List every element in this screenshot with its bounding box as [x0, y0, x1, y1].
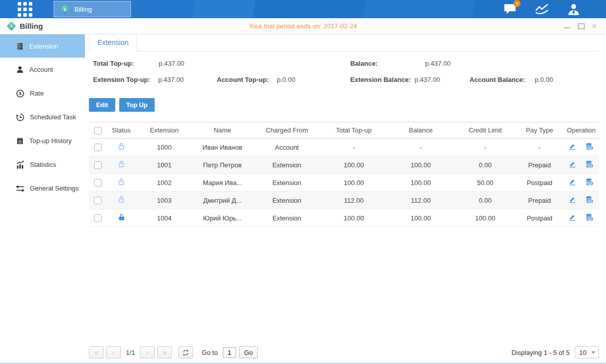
cell-name: Мария Ива... [192, 174, 253, 192]
sidebar-item-topup-history[interactable]: Top-up History [0, 129, 85, 153]
table-row[interactable]: 1003 Дмитрий Д... Extension 112.00 112.0… [89, 192, 599, 209]
cell-balance: 100.00 [387, 156, 455, 174]
col-balance: Balance [387, 122, 455, 139]
ledger-icon [16, 42, 24, 51]
table-row[interactable]: 1004 Юрий Юрь... Extension 100.00 100.00… [89, 209, 599, 227]
table-header-row: Status Extension Name Charged From Total… [89, 122, 599, 139]
account-balance-label: Account Balance: [470, 76, 525, 83]
close-icon[interactable]: × [592, 23, 599, 29]
balance-value: p.437.00 [425, 60, 451, 67]
page-size-dropdown[interactable]: 10 [575, 346, 599, 358]
row-checkbox[interactable] [94, 144, 102, 151]
cell-charged-from: Extension [253, 156, 321, 174]
extension-topup-label: Extension Top-up: [93, 76, 150, 83]
extensions-table: Status Extension Name Charged From Total… [89, 122, 599, 227]
cell-credit-limit: 0.00 [455, 156, 516, 174]
last-page-button[interactable]: » [157, 346, 172, 358]
sidebar-item-label: Extension [29, 42, 58, 50]
lock-closed-icon [117, 213, 126, 221]
edit-pencil-icon[interactable] [568, 142, 577, 151]
col-status: Status [106, 122, 136, 139]
messages-icon[interactable]: ! [503, 3, 517, 16]
sidebar-item-statistics[interactable]: Statistics [0, 153, 85, 176]
first-page-button[interactable]: « [89, 346, 104, 358]
tab-extension[interactable]: Extension [89, 34, 137, 52]
notification-badge: ! [514, 0, 521, 7]
cell-credit-limit: - [455, 139, 516, 156]
account-balance-value: p.0.00 [535, 76, 553, 83]
extension-balance-value: p.437.00 [414, 76, 440, 83]
arrows-exchange-icon [16, 184, 25, 193]
svg-text:$: $ [64, 7, 66, 12]
sidebar-item-scheduled-task[interactable]: Scheduled Task [0, 105, 85, 129]
cell-total-topup: 100.00 [321, 156, 387, 174]
edit-pencil-icon[interactable] [568, 177, 577, 186]
line-chart-icon[interactable] [534, 3, 549, 16]
cell-credit-limit: 50.00 [455, 174, 516, 192]
sidebar-item-account[interactable]: Account [0, 58, 85, 81]
refresh-icon [182, 349, 190, 356]
edit-pencil-icon[interactable] [568, 160, 577, 168]
col-total-topup: Total Top-up [321, 122, 387, 139]
topup-coins-icon[interactable]: $ [585, 142, 594, 151]
row-checkbox[interactable] [94, 197, 102, 204]
cell-pay-type: - [516, 139, 564, 156]
table-row[interactable]: 1002 Мария Ива... Extension 100.00 100.0… [89, 174, 599, 192]
app-launcher-grid-icon[interactable] [18, 2, 32, 17]
edit-button[interactable]: Edit [89, 98, 115, 112]
sidebar-item-label: Scheduled Task [30, 113, 76, 121]
go-button[interactable]: Go [239, 346, 258, 358]
table-row[interactable]: 1001 Петр Петров Extension 100.00 100.00… [89, 156, 599, 174]
table-row[interactable]: 1000 Иван Иванов Account - - - - [89, 139, 599, 156]
next-page-button[interactable]: › [140, 346, 155, 358]
displaying-text: Displaying 1 - 5 of 5 [511, 349, 570, 356]
minimize-icon[interactable] [564, 24, 571, 28]
maximize-icon[interactable] [578, 23, 585, 29]
lock-open-icon [117, 142, 126, 151]
row-checkbox[interactable] [94, 161, 102, 169]
account-topup-label: Account Top-up: [217, 76, 269, 83]
topup-button[interactable]: Top Up [119, 98, 155, 112]
svg-text:$: $ [10, 24, 13, 28]
sidebar-item-rate[interactable]: $ Rate [0, 81, 85, 105]
account-topup-value: p.0.00 [277, 76, 295, 83]
topup-coins-icon[interactable]: $ [585, 160, 594, 169]
goto-label: Go to [202, 349, 218, 356]
refresh-button[interactable] [178, 346, 193, 358]
sidebar-item-label: Rate [30, 89, 43, 97]
topup-coins-icon[interactable]: $ [585, 177, 594, 187]
cell-charged-from: Account [253, 139, 321, 156]
cell-extension: 1003 [136, 192, 192, 209]
topup-coins-icon[interactable]: $ [585, 195, 594, 204]
cell-name: Дмитрий Д... [192, 192, 253, 209]
prev-page-button[interactable]: ‹ [106, 346, 121, 358]
trial-notice: Your trial period ends on: 2017-02-24 [0, 22, 606, 30]
cell-balance: 100.00 [387, 174, 455, 192]
user-icon[interactable] [567, 3, 581, 16]
notepad-icon [16, 136, 24, 145]
select-all-checkbox[interactable] [94, 127, 102, 134]
col-extension: Extension [136, 122, 192, 139]
col-pay-type: Pay Type [516, 122, 564, 139]
row-checkbox[interactable] [94, 179, 102, 187]
sidebar-item-label: Statistics [30, 161, 56, 168]
row-checkbox[interactable] [94, 214, 102, 222]
cell-charged-from: Extension [253, 174, 321, 192]
extension-topup-value: p.437.00 [158, 76, 184, 83]
bar-chart-icon [16, 160, 25, 169]
sidebar-item-general-settings[interactable]: General Settings [0, 176, 85, 200]
topup-coins-icon[interactable]: $ [585, 213, 594, 222]
sidebar-item-extension[interactable]: Extension [0, 34, 85, 58]
cell-balance: - [387, 139, 455, 156]
page-size-value: 10 [579, 349, 586, 356]
edit-pencil-icon[interactable] [568, 213, 577, 221]
taskbar-billing-tab[interactable]: $ Billing [54, 1, 131, 17]
cell-balance: 112.00 [387, 192, 455, 209]
edit-pencil-icon[interactable] [568, 195, 577, 204]
goto-page-input[interactable] [223, 347, 236, 358]
cell-credit-limit: 100.00 [455, 209, 516, 227]
os-topbar: $ Billing ! [0, 0, 606, 18]
extension-balance-label: Extension Balance: [350, 76, 411, 83]
lock-open-icon [117, 160, 126, 168]
col-name: Name [192, 122, 253, 139]
